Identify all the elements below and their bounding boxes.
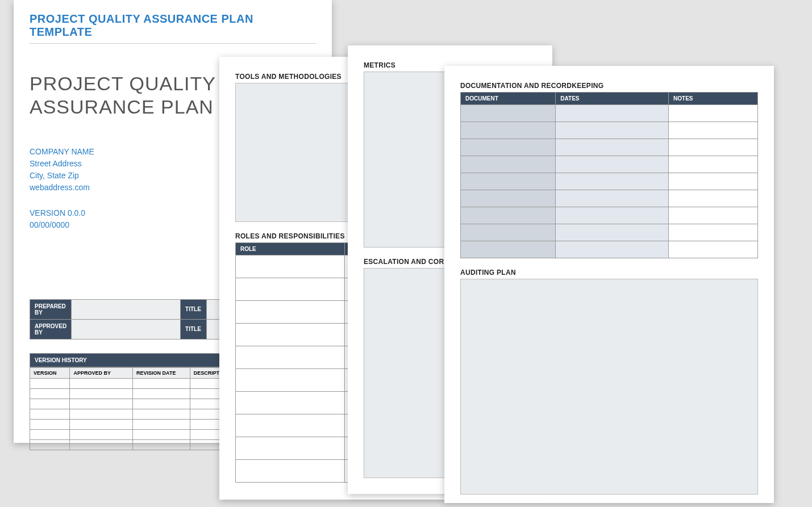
table-row xyxy=(461,224,758,241)
title-label-1: TITLE xyxy=(181,299,207,319)
approved-by-label: APPROVED BY xyxy=(30,319,72,339)
audit-title: AUDITING PLAN xyxy=(460,269,758,276)
template-title: PROJECT QUALITY ASSURANCE PLAN TEMPLATE xyxy=(30,12,316,44)
doc-title-line2: ASSURANCE PLAN xyxy=(30,96,214,118)
table-row xyxy=(461,105,758,122)
dr-col-document: DOCUMENT xyxy=(461,93,556,105)
table-row xyxy=(461,139,758,156)
dr-col-notes: NOTES xyxy=(669,93,758,105)
table-row xyxy=(461,241,758,258)
documentation-title: DOCUMENTATION AND RECORDKEEPING xyxy=(460,82,758,90)
table-row xyxy=(461,190,758,207)
vh-col-revdate: REVISION DATE xyxy=(133,367,190,378)
prepared-by-label: PREPARED BY xyxy=(30,299,72,319)
page-documentation-audit: DOCUMENTATION AND RECORDKEEPING DOCUMENT… xyxy=(444,66,774,503)
vh-col-version: VERSION xyxy=(30,367,70,378)
table-row xyxy=(461,207,758,224)
approved-by-value xyxy=(72,319,181,339)
dr-col-dates: DATES xyxy=(556,93,669,105)
title-label-2: TITLE xyxy=(181,319,207,339)
roles-col-role: ROLE xyxy=(236,243,345,255)
prepared-by-value xyxy=(72,299,181,319)
table-row xyxy=(461,173,758,190)
table-row xyxy=(461,156,758,173)
audit-box xyxy=(460,279,758,495)
doc-title-line1: PROJECT QUALITY xyxy=(30,73,216,94)
table-row xyxy=(461,122,758,139)
vh-col-approvedby: APPROVED BY xyxy=(70,367,133,378)
documentation-table: DOCUMENT DATES NOTES xyxy=(460,92,758,258)
